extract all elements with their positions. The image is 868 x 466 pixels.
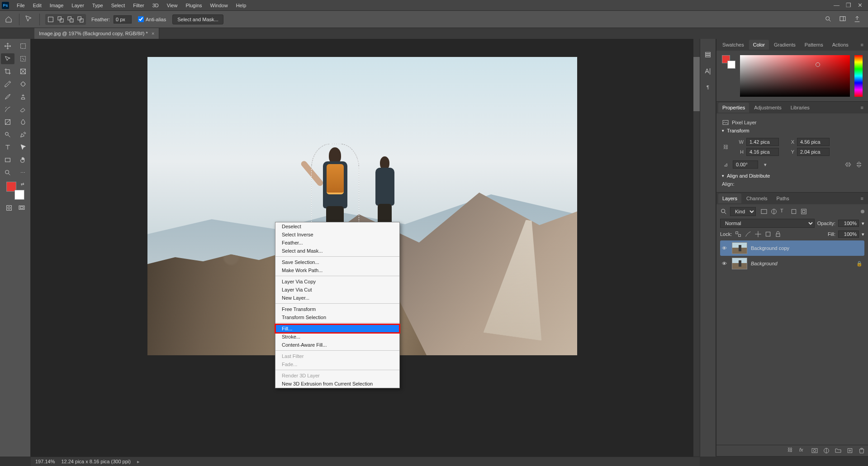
menu-filter[interactable]: Filter bbox=[129, 1, 148, 10]
close-tab-icon[interactable]: × bbox=[152, 31, 154, 36]
color-picker-field[interactable] bbox=[740, 55, 850, 97]
pen-tool[interactable] bbox=[16, 129, 30, 140]
menu-file[interactable]: File bbox=[13, 1, 29, 10]
new-adjustment-layer-icon[interactable] bbox=[823, 447, 830, 454]
selection-mode-intersect[interactable] bbox=[76, 15, 85, 24]
maximize-button[interactable]: ❐ bbox=[846, 2, 851, 9]
add-mask-icon[interactable] bbox=[811, 447, 818, 454]
filter-pixel-icon[interactable] bbox=[760, 208, 768, 215]
menu-window[interactable]: Window bbox=[206, 1, 232, 10]
clone-stamp-tool[interactable] bbox=[16, 91, 30, 102]
color-swatches[interactable]: ⇄ bbox=[6, 182, 24, 200]
swap-colors-icon[interactable]: ⇄ bbox=[21, 182, 24, 186]
antialias-checkbox-input[interactable] bbox=[138, 16, 144, 22]
layer-thumbnail[interactable] bbox=[732, 242, 747, 254]
layer-filter-kind[interactable]: Kind bbox=[730, 207, 756, 216]
selection-mode-new[interactable] bbox=[46, 15, 55, 24]
brush-tool[interactable] bbox=[1, 91, 14, 102]
vertical-scrollbar[interactable] bbox=[693, 39, 700, 457]
new-layer-icon[interactable] bbox=[846, 447, 854, 454]
height-input[interactable] bbox=[746, 148, 779, 156]
background-color[interactable] bbox=[14, 190, 24, 200]
menu-edit[interactable]: Edit bbox=[29, 1, 46, 10]
path-selection-tool[interactable] bbox=[16, 142, 30, 153]
context-menu-item[interactable]: Layer Via Copy bbox=[275, 278, 399, 286]
document-tab[interactable]: Image.jpg @ 197% (Background copy, RGB/8… bbox=[34, 28, 159, 39]
lock-artboard-icon[interactable] bbox=[764, 231, 772, 238]
context-menu-item[interactable]: New Layer... bbox=[275, 294, 399, 302]
healing-brush-tool[interactable] bbox=[16, 79, 30, 89]
context-menu-item[interactable]: Free Transform bbox=[275, 305, 399, 313]
panel-menu-icon[interactable]: ≡ bbox=[858, 196, 866, 201]
hand-tool[interactable] bbox=[16, 155, 30, 165]
y-input[interactable] bbox=[797, 148, 830, 156]
type-tool[interactable] bbox=[1, 142, 14, 153]
context-menu-item[interactable]: Fill... bbox=[275, 325, 399, 333]
delete-layer-icon[interactable] bbox=[858, 447, 865, 454]
move-tool[interactable] bbox=[1, 41, 14, 52]
search-icon[interactable] bbox=[720, 208, 727, 215]
menu-3d[interactable]: 3D bbox=[148, 1, 163, 10]
marquee-tool[interactable] bbox=[16, 41, 30, 52]
history-panel-icon[interactable] bbox=[703, 50, 713, 60]
new-group-icon[interactable] bbox=[835, 447, 842, 454]
antialias-checkbox[interactable]: Anti-alias bbox=[138, 16, 166, 22]
doc-info-chevron-icon[interactable]: ▸ bbox=[137, 459, 140, 465]
tab-patterns[interactable]: Patterns bbox=[801, 40, 827, 50]
tab-paths[interactable]: Paths bbox=[773, 193, 793, 203]
lock-transparency-icon[interactable] bbox=[735, 231, 742, 238]
hue-slider[interactable] bbox=[854, 55, 863, 97]
rotation-dropdown-icon[interactable]: ▾ bbox=[762, 161, 769, 168]
rotation-input[interactable] bbox=[733, 160, 758, 169]
close-window-button[interactable]: ✕ bbox=[858, 2, 863, 9]
search-icon[interactable] bbox=[825, 15, 833, 24]
tab-adjustments[interactable]: Adjustments bbox=[750, 103, 786, 113]
context-menu-item[interactable]: Select Inverse bbox=[275, 231, 399, 239]
transform-section-header[interactable]: ▾ Transform bbox=[722, 128, 863, 133]
select-and-mask-button[interactable]: Select and Mask... bbox=[172, 14, 223, 24]
tab-actions[interactable]: Actions bbox=[828, 40, 853, 50]
canvas-scroll[interactable]: DeselectSelect InverseFeather...Select a… bbox=[31, 39, 693, 457]
tab-libraries[interactable]: Libraries bbox=[787, 103, 814, 113]
gradient-tool[interactable] bbox=[1, 117, 14, 127]
visibility-toggle-icon[interactable]: 👁 bbox=[722, 245, 728, 251]
tab-channels[interactable]: Channels bbox=[742, 193, 771, 203]
menu-image[interactable]: Image bbox=[46, 1, 68, 10]
layer-row[interactable]: 👁Background copy bbox=[720, 240, 864, 256]
zoom-tool[interactable] bbox=[1, 167, 14, 178]
frame-tool[interactable] bbox=[16, 66, 30, 77]
filter-smartobject-icon[interactable] bbox=[800, 208, 807, 215]
zoom-level[interactable]: 197.14% bbox=[35, 459, 55, 464]
color-panel-swatches[interactable] bbox=[722, 55, 735, 69]
filter-type-icon[interactable]: T bbox=[780, 208, 787, 215]
layer-thumbnail[interactable] bbox=[732, 258, 747, 269]
context-menu-item[interactable]: Make Work Path... bbox=[275, 266, 399, 274]
menu-view[interactable]: View bbox=[163, 1, 182, 10]
selection-mode-subtract[interactable] bbox=[66, 15, 75, 24]
context-menu-item[interactable]: Stroke... bbox=[275, 333, 399, 341]
eraser-tool[interactable] bbox=[16, 104, 30, 115]
context-menu-item[interactable]: Select and Mask... bbox=[275, 247, 399, 255]
feather-input[interactable] bbox=[114, 15, 132, 24]
tab-swatches[interactable]: Swatches bbox=[718, 40, 748, 50]
paragraph-panel-icon[interactable]: ¶ bbox=[703, 82, 713, 92]
layer-row[interactable]: 👁Background🔒 bbox=[720, 256, 864, 271]
more-tools[interactable]: ⋯ bbox=[16, 167, 30, 178]
home-icon[interactable] bbox=[4, 14, 14, 24]
lock-position-icon[interactable] bbox=[754, 231, 762, 238]
flip-vertical-icon[interactable] bbox=[855, 161, 863, 168]
menu-select[interactable]: Select bbox=[107, 1, 129, 10]
fill-dropdown-icon[interactable]: ▾ bbox=[862, 231, 864, 237]
rectangle-tool[interactable] bbox=[1, 155, 14, 165]
context-menu-item[interactable]: Save Selection... bbox=[275, 258, 399, 266]
filter-shape-icon[interactable] bbox=[790, 208, 797, 215]
link-dimensions-icon[interactable]: ⛓ bbox=[722, 144, 729, 150]
screen-mode-icon[interactable] bbox=[17, 203, 27, 212]
menu-type[interactable]: Type bbox=[88, 1, 107, 10]
crop-tool[interactable] bbox=[1, 66, 14, 77]
eyedropper-tool[interactable] bbox=[1, 79, 14, 89]
context-menu-item[interactable]: Content-Aware Fill... bbox=[275, 341, 399, 349]
share-icon[interactable] bbox=[854, 15, 862, 24]
width-input[interactable] bbox=[746, 138, 779, 146]
history-brush-tool[interactable] bbox=[1, 104, 14, 115]
